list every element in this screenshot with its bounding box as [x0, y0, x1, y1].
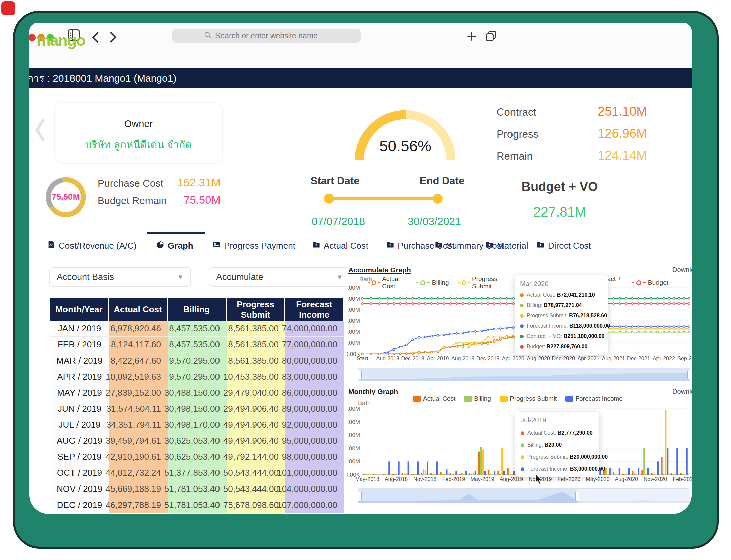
table-row: MAR / 20198,422,647.609,570,295.008,561,…	[50, 353, 344, 369]
record-corner-badge	[1, 1, 15, 15]
accumulate-download-link[interactable]: Download	[672, 266, 692, 274]
legend-item-forecast-income[interactable]: Forecast Income	[565, 395, 623, 402]
table-row: JUN / 201931,574,504.1130,498,150.0029,4…	[50, 401, 344, 417]
svg-text:Apr-2020: Apr-2020	[502, 356, 524, 361]
tooltip-title: Mar-2020	[520, 280, 603, 288]
table-row: JUL / 201934,351,794.1130,498,170.0049,4…	[50, 417, 344, 433]
legend-item-actual-cost[interactable]: Actual Cost	[413, 395, 455, 402]
project-title-bar: การ : 2018001 Mango1 (Mango1)	[29, 68, 692, 88]
table-cell: 8,561,385.00	[227, 321, 285, 337]
table-cell: 42,910,190.61	[109, 449, 168, 465]
back-icon[interactable]	[90, 31, 102, 45]
table-cell: JUL / 2019	[50, 417, 109, 433]
forward-icon[interactable]	[107, 31, 118, 45]
table-cell: 8,124,117.60	[109, 337, 168, 353]
monthly-download-link[interactable]: Download	[672, 388, 692, 395]
close-traffic-light[interactable]	[29, 34, 36, 41]
svg-text:Nov-2018: Nov-2018	[413, 476, 436, 482]
tooltip-row: Contract + VO: B251,100,000.00	[520, 333, 603, 339]
table-row: FEB / 20198,124,117.608,457,535.008,561,…	[50, 337, 344, 353]
tooltip-row: Billing: B20.00	[521, 442, 594, 448]
table-cell: 51,781,053.40	[168, 481, 227, 497]
table-cell: 50,543,444.00	[227, 465, 285, 481]
table-cell: 101,000,000.00	[285, 465, 344, 481]
table-cell: 29,494,906.40	[227, 401, 285, 417]
table-cell: 8,561,385.00	[227, 353, 285, 369]
table-cell: 30,498,150.00	[168, 401, 227, 417]
table-row: AUG / 201939,459,794.6130,625,053.4049,4…	[50, 433, 344, 449]
tab-cost-revenue-a-c-[interactable]: Cost/Revenue (A/C)	[47, 238, 137, 253]
tab-material[interactable]: Material	[485, 238, 528, 253]
table-cell: 49,494,906.40	[227, 417, 285, 433]
chevron-down-icon: ▼	[177, 273, 184, 281]
progress-value: 126.96M	[551, 126, 647, 141]
carousel-left-icon[interactable]	[34, 117, 46, 144]
accumulate-scrollbar[interactable]	[358, 368, 690, 381]
owner-card: Owner บริษัท ลูกหนีดีเด่น จำกัด	[54, 102, 223, 164]
svg-text:Apr-2021: Apr-2021	[577, 356, 599, 361]
svg-text:20.00M: 20.00M	[347, 445, 360, 452]
document-chart-icon	[47, 240, 56, 251]
tab-overview-icon[interactable]	[484, 29, 498, 44]
scrollbar-left-handle[interactable]	[358, 370, 362, 380]
tab-direct-cost[interactable]: Direct Cost	[536, 238, 591, 253]
scrollbar-left-handle[interactable]	[358, 491, 362, 501]
svg-text:Feb-2021: Feb-2021	[673, 476, 692, 482]
column-header: Actual Cost	[109, 298, 168, 321]
column-header: Progress Submit	[227, 298, 285, 321]
page-canvas: mango	[0, 0, 731, 560]
tab-graph[interactable]: Graph	[156, 238, 193, 253]
svg-text:250.00M: 250.00M	[347, 296, 360, 302]
new-tab-icon[interactable]	[465, 30, 478, 44]
account-basis-select[interactable]: Account Basis ▼	[49, 267, 191, 287]
purchase-cost-value: 152.31M	[143, 176, 221, 189]
search-input[interactable]	[214, 31, 329, 41]
tab-label: Graph	[168, 241, 193, 251]
start-date-label: Start Date	[307, 175, 363, 187]
scrollbar-right-handle[interactable]	[575, 491, 579, 501]
accumulate-tooltip: Mar-2020Actual Cost: B72,041,210.10Billi…	[515, 275, 608, 355]
table-cell: 104,000,000.00	[285, 481, 344, 497]
tooltip-row: Budget: B227,809,760.00	[520, 344, 603, 350]
folder-plus-icon	[312, 240, 321, 251]
table-cell: 6,978,920.46	[109, 321, 168, 337]
table-cell: 45,669,188.19	[109, 481, 168, 497]
table-cell: 98,000,000.00	[285, 449, 344, 465]
legend-item-progress-submit[interactable]: Progress Submit	[500, 395, 557, 402]
owner-name: บริษัท ลูกหนีดีเด่น จำกัด	[55, 136, 222, 153]
tooltip-row: Billing: B78,977,271.04	[520, 302, 603, 308]
end-date-label: End Date	[414, 175, 470, 187]
graph-mode-select[interactable]: Accumulate ▼	[209, 267, 350, 287]
scrollbar-right-handle[interactable]	[687, 370, 690, 380]
svg-text:Dec-2020: Dec-2020	[552, 356, 575, 361]
active-tab-indicator	[147, 232, 205, 234]
budget-vo-value: 227.81M	[498, 204, 621, 220]
tooltip-row: Forecast Income: B3,000,000.00	[521, 466, 594, 472]
folder-plus-icon	[536, 240, 545, 251]
svg-text:Sep-2022: Sep-2022	[677, 356, 692, 361]
legend-item-billing[interactable]: Billing	[464, 395, 491, 402]
tab-progress-payment[interactable]: Progress Payment	[212, 238, 295, 253]
contract-value: 251.10M	[551, 104, 647, 119]
monthly-scrollbar[interactable]	[358, 488, 690, 503]
svg-text:10.00M: 10.00M	[347, 458, 360, 465]
table-cell: DEC / 2019	[50, 497, 109, 513]
table-row: DEC / 201946,297,788.1951,781,053.4075,6…	[50, 497, 344, 513]
svg-text:50.00M: 50.00M	[347, 340, 360, 346]
folder-plus-icon	[434, 240, 443, 251]
tab-actual-cost[interactable]: Actual Cost	[312, 238, 368, 253]
table-header-row: Month/YearActual CostBillingProgress Sub…	[50, 298, 344, 321]
table-cell: 29,479,040.00	[227, 385, 285, 401]
browser-toolbar: mango	[29, 23, 692, 69]
address-bar[interactable]	[172, 29, 361, 43]
table-cell: 80,000,000.00	[285, 353, 344, 369]
date-timeline	[329, 197, 438, 200]
folder-plus-icon	[485, 240, 494, 251]
tab-label: Actual Cost	[324, 241, 368, 251]
search-icon	[204, 31, 212, 40]
monthly-graph-title: Monthly Graph	[348, 388, 398, 396]
table-cell: 9,570,295.00	[168, 369, 227, 385]
table-cell: 92,000,000.00	[285, 417, 344, 433]
owner-label: Owner	[55, 118, 222, 129]
table-cell: 9,570,295.00	[168, 353, 227, 369]
